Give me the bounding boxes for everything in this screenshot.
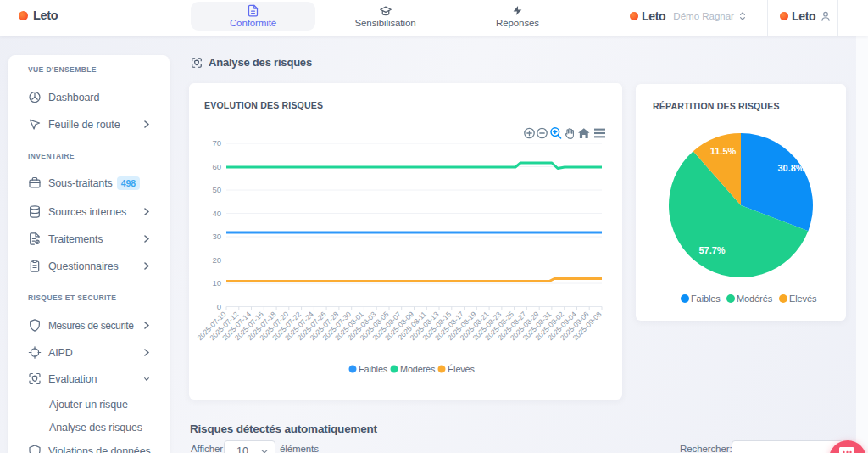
svg-text:0: 0 bbox=[217, 302, 221, 311]
svg-text:Modérés: Modérés bbox=[400, 364, 436, 374]
svg-text:Modérés: Modérés bbox=[737, 294, 773, 304]
svg-text:Faibles: Faibles bbox=[359, 364, 388, 374]
svg-text:30: 30 bbox=[212, 232, 221, 241]
svg-text:20: 20 bbox=[212, 255, 221, 265]
svg-text:70: 70 bbox=[212, 138, 221, 148]
svg-text:Élevés: Élevés bbox=[448, 364, 476, 374]
svg-text:57.7%: 57.7% bbox=[698, 245, 725, 255]
svg-text:50: 50 bbox=[212, 185, 221, 194]
svg-text:11.5%: 11.5% bbox=[710, 146, 737, 156]
svg-text:30.8%: 30.8% bbox=[777, 163, 804, 173]
svg-text:60: 60 bbox=[212, 162, 221, 171]
svg-text:10: 10 bbox=[212, 278, 221, 288]
svg-text:40: 40 bbox=[212, 209, 221, 218]
svg-text:Elevés: Elevés bbox=[789, 294, 817, 304]
svg-text:Faibles: Faibles bbox=[691, 294, 721, 304]
